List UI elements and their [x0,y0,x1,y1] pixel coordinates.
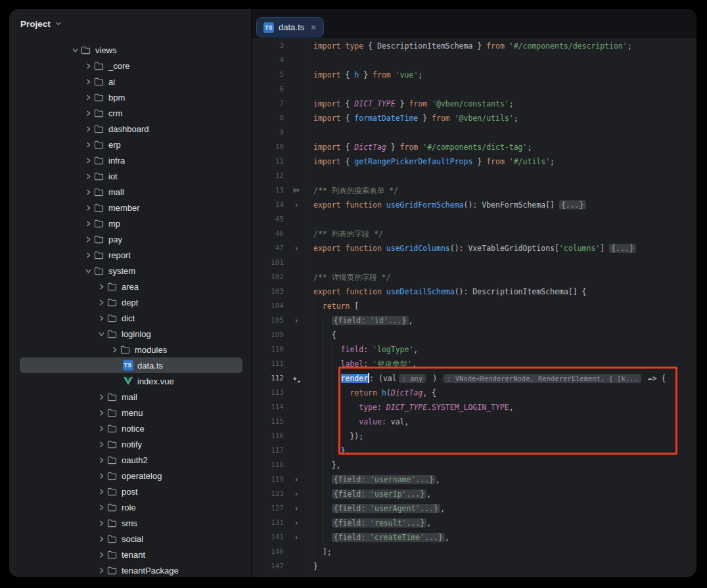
chevron-collapsed-icon[interactable] [96,425,106,432]
chevron-expanded-icon[interactable] [96,330,106,338]
code-line-110[interactable]: 110 field: 'logType', [252,342,696,357]
tab-data-ts[interactable]: TS data.ts ✕ [256,17,324,37]
tree-item-oauth2[interactable]: oauth2 [9,452,251,468]
code-line-103[interactable]: 103export function useDetailSchema(): De… [252,284,696,299]
tree-item-dashboard[interactable]: dashboard [9,121,251,137]
code-line-7[interactable]: 7import { DICT_TYPE } from '@vben/consta… [252,97,696,111]
chevron-collapsed-icon[interactable] [83,204,93,212]
chevron-collapsed-icon[interactable] [83,62,93,70]
chevron-collapsed-icon[interactable] [83,236,93,243]
chevron-collapsed-icon[interactable] [83,125,93,133]
tree-item-data.ts[interactable]: TSdata.ts [9,357,251,373]
tree-item-sms[interactable]: sms [9,515,251,531]
chevron-collapsed-icon[interactable] [83,157,93,164]
tree-item-dict[interactable]: dict [9,310,251,326]
code-line-141[interactable]: 141› {field: 'createTime'...}, [252,530,696,545]
tree-item-infra[interactable]: infra [9,152,251,168]
tree-item-operatelog[interactable]: operatelog [9,468,251,484]
code-line-116[interactable]: 116 }); [252,429,696,443]
chevron-collapsed-icon[interactable] [96,520,106,527]
code-line-8[interactable]: 8import { formatDateTime } from '@vben/u… [252,111,696,125]
tree-item-notify[interactable]: notify [9,436,251,452]
chevron-collapsed-icon[interactable] [96,441,106,448]
code-line-104[interactable]: 104 return [ [252,299,696,313]
tree-item-mp[interactable]: mp [9,215,251,231]
chevron-collapsed-icon[interactable] [83,94,93,101]
folded-region-chip[interactable]: {...} [559,200,586,210]
fold-arrow-icon[interactable]: › [286,487,307,501]
chevron-collapsed-icon[interactable] [96,409,106,417]
code-line-102[interactable]: 102/** 详情页的字段 */ [252,270,696,284]
code-line-5[interactable]: 5import { h } from 'vue'; [252,68,696,82]
editor-pane[interactable]: TS data.ts ✕ 3import type { DescriptionI… [252,9,696,577]
code-line-131[interactable]: 131› {field: 'result'...}, [252,516,696,530]
tree-item-mail[interactable]: mail [9,389,251,405]
chevron-collapsed-icon[interactable] [96,394,106,401]
fold-arrow-icon[interactable]: › [286,198,307,212]
code-line-3[interactable]: 3import type { DescriptionItemSchema } f… [252,39,696,53]
folded-region-chip[interactable]: {field: 'createTime'...} [332,533,445,542]
folded-region-chip[interactable]: {field: 'id'...} [332,316,409,325]
tree-item-loginlog[interactable]: loginlog [9,326,251,342]
close-icon[interactable]: ✕ [310,23,317,32]
code-line-119[interactable]: 119› {field: 'username'...}, [252,472,696,487]
chevron-collapsed-icon[interactable] [96,535,106,543]
code-line-113[interactable]: 113 return h(DictTag, { [252,386,696,400]
code-line-147[interactable]: 147} [252,559,696,574]
chevron-collapsed-icon[interactable] [96,457,106,464]
code-line-111[interactable]: 111 label: '登录类型', [252,357,696,371]
code-line-115[interactable]: 115 value: val, [252,415,696,429]
tree-item-system[interactable]: system [9,263,251,279]
chevron-collapsed-icon[interactable] [109,346,120,353]
code-line-105[interactable]: 105› {field: 'id'...}, [252,313,696,328]
code-line-11[interactable]: 11import { getRangePickerDefaultProps } … [252,154,696,169]
tree-item-area[interactable]: area [9,279,251,294]
code-line-101[interactable]: 101 [252,256,696,270]
tree-item-notice[interactable]: notice [9,420,251,436]
code-line-112[interactable]: 112✦✦ render: (val: any ) : VNode<Render… [252,371,696,386]
code-line-109[interactable]: 109 { [252,328,696,342]
chevron-collapsed-icon[interactable] [83,78,93,85]
tree-item-views[interactable]: views [9,42,251,58]
code-line-4[interactable]: 4 [252,53,696,68]
chevron-collapsed-icon[interactable] [96,551,106,558]
code-line-14[interactable]: 14›export function useGridFormSchema(): … [252,198,696,212]
tree-item-post[interactable]: post [9,484,251,499]
code-line-13[interactable]: 13⊨/** 列表的搜索表单 */ [252,183,696,198]
chevron-collapsed-icon[interactable] [83,173,93,180]
code-line-6[interactable]: 6 [252,82,696,97]
chevron-collapsed-icon[interactable] [96,299,106,306]
align-gutter-icon[interactable]: ⊨ [286,183,307,198]
tree-item-erp[interactable]: erp [9,137,251,152]
chevron-collapsed-icon[interactable] [96,504,106,511]
code-line-148[interactable]: 148 [252,574,696,577]
code-area[interactable]: 3import type { DescriptionItemSchema } f… [252,38,696,577]
tree-item-pay[interactable]: pay [9,231,251,247]
folded-region-chip[interactable]: {field: 'username'...} [332,475,436,484]
code-line-10[interactable]: 10import { DictTag } from '#/components/… [252,140,696,154]
project-dropdown-label[interactable]: Project [20,19,51,29]
tree-item-member[interactable]: member [9,200,251,215]
chevron-collapsed-icon[interactable] [96,472,106,480]
chevron-collapsed-icon[interactable] [96,283,106,290]
code-line-9[interactable]: 9 [252,125,696,140]
chevron-expanded-icon[interactable] [70,47,80,54]
code-line-118[interactable]: 118 }, [252,458,696,472]
code-line-127[interactable]: 127› {field: 'userAgent'...}, [252,501,696,516]
code-line-45[interactable]: 45 [252,212,696,227]
tree-item-menu[interactable]: menu [9,405,251,420]
code-line-47[interactable]: 47›export function useGridColumns(): Vxe… [252,241,696,256]
code-line-123[interactable]: 123› {field: 'userIp'...}, [252,487,696,501]
project-panel-header[interactable]: Project [9,9,251,38]
tree-item-mall[interactable]: mall [9,184,251,200]
tree-item-report[interactable]: report [9,247,251,263]
folded-region-chip[interactable]: {...} [609,244,636,253]
tree-item-dept[interactable]: dept [9,294,251,310]
code-line-12[interactable]: 12 [252,169,696,183]
tree-item-role[interactable]: role [9,499,251,515]
chevron-collapsed-icon[interactable] [96,315,106,322]
tree-item-crm[interactable]: crm [9,105,251,121]
fold-arrow-icon[interactable]: › [286,501,307,516]
tree-item-modules[interactable]: modules [9,342,251,357]
folded-region-chip[interactable]: {field: 'userIp'...} [332,489,426,499]
